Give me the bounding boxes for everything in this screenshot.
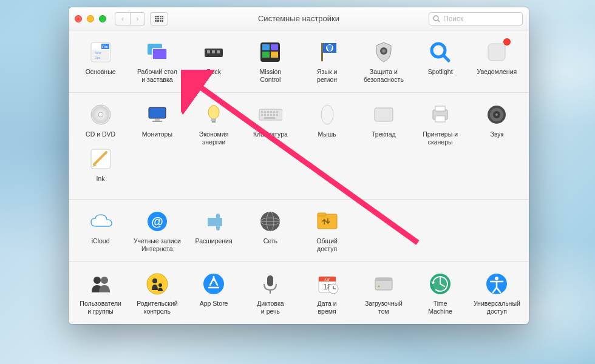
section-2: iCloud@Учетные записи ИнтернетаРасширени… [69,200,529,262]
pref-label: Язык и регион [317,68,337,84]
mission-control-icon [258,40,282,64]
search-field[interactable] [429,12,523,25]
trackpad-icon [372,103,396,127]
pref-label: Родительский контроль [137,300,178,315]
svg-rect-53 [435,106,445,111]
svg-rect-16 [271,44,278,50]
pref-internet-accounts[interactable]: @Учетные записи Интернета [129,209,185,253]
pref-label: Универсальный доступ [474,300,520,315]
titlebar: ‹ › Системные настройки [69,7,529,30]
startup-disk-icon [372,272,396,296]
minimize-button[interactable] [87,15,94,22]
svg-rect-39 [267,111,269,113]
pref-printers[interactable]: Принтеры и сканеры [412,103,469,146]
printers-icon [428,103,452,127]
pref-label: Диктовка и речь [257,300,284,315]
pref-label: Рабочий стол и заставка [137,68,177,84]
svg-rect-67 [318,213,326,216]
icloud-icon [89,209,113,234]
back-button[interactable]: ‹ [115,12,130,25]
pref-dock[interactable]: Dock [186,40,242,84]
svg-rect-32 [152,121,162,122]
general-icon: FileNewOpe [89,40,113,64]
svg-text:File: File [102,45,108,49]
pref-parental[interactable]: Родительский контроль [129,272,185,315]
svg-text:New: New [95,51,101,55]
pref-extensions[interactable]: Расширения [186,209,242,253]
energy-icon [202,103,226,127]
search-input[interactable] [443,15,518,23]
pref-label: Dock [206,68,221,84]
pref-displays[interactable]: Мониторы [129,103,185,146]
pref-sound[interactable]: Звук [469,103,525,146]
pref-sharing[interactable]: Общий доступ [299,209,355,253]
svg-rect-12 [212,50,215,53]
svg-rect-48 [276,114,278,116]
section-0: FileNewOpeОсновныеРабочий стол и заставк… [69,30,529,93]
pref-security[interactable]: Защита и безопасность [355,40,412,84]
pref-label: Уведомления [477,68,517,84]
pref-label: Защита и безопасность [364,68,404,84]
svg-rect-37 [261,111,263,113]
pref-language[interactable]: Язык и регион [299,40,355,84]
svg-rect-31 [155,119,160,121]
network-icon [258,209,282,234]
pref-date-time[interactable]: АВГ18Дата и время [299,272,355,315]
pref-label: Экономия энергии [199,130,229,146]
pref-label: Трекпад [372,130,396,146]
spotlight-icon [428,40,452,64]
extensions-icon [202,209,226,234]
displays-icon [145,103,169,127]
grid-icon [155,16,163,22]
language-icon [315,40,339,64]
pref-label: Общий доступ [316,237,338,253]
pref-general[interactable]: FileNewOpeОсновные [72,40,129,84]
pref-desktop[interactable]: Рабочий стол и заставка [129,40,185,84]
pref-ink[interactable]: Ink [72,147,129,190]
svg-text:@: @ [151,215,163,228]
svg-point-29 [98,112,103,117]
pref-accessibility[interactable]: Универсальный доступ [469,272,525,315]
pref-label: Мышь [318,130,336,146]
pref-cd-dvd[interactable]: CD и DVD [72,103,129,146]
pref-network[interactable]: Сеть [242,209,299,253]
pref-notifications[interactable]: Уведомления [469,40,525,84]
pref-startup-disk[interactable]: Загрузочный том [355,272,412,315]
pref-trackpad[interactable]: Трекпад [355,103,412,146]
svg-rect-41 [273,111,275,113]
pref-label: Загрузочный том [365,300,403,315]
search-icon [433,15,440,22]
svg-rect-35 [212,121,216,123]
svg-text:АВГ: АВГ [324,278,330,281]
svg-rect-45 [267,114,269,116]
pref-app-store[interactable]: App Store [186,272,242,315]
preferences-grid: FileNewOpeОсновныеРабочий стол и заставк… [69,30,529,324]
pref-dictation[interactable]: Диктовка и речь [242,272,299,315]
pref-keyboard[interactable]: Клавиатура [242,103,299,146]
zoom-button[interactable] [99,15,106,22]
show-all-button[interactable] [150,12,168,25]
svg-rect-18 [271,52,278,58]
pref-energy[interactable]: Экономия энергии [186,103,242,146]
pref-mouse[interactable]: Мышь [299,103,355,146]
mouse-icon [315,103,339,127]
pref-users[interactable]: Пользователи и группы [72,272,129,315]
close-button[interactable] [75,15,82,22]
section-3: Пользователи и группыРодительский контро… [69,262,529,324]
pref-mission-control[interactable]: Mission Control [242,40,299,84]
nav-buttons: ‹ › [115,12,145,25]
svg-point-89 [495,277,498,280]
pref-icloud[interactable]: iCloud [72,209,129,253]
svg-rect-30 [149,107,166,118]
svg-point-71 [152,278,157,283]
pref-label: Сеть [264,237,277,253]
svg-line-1 [438,20,440,22]
pref-time-machine[interactable]: Time Machine [412,272,469,315]
svg-rect-34 [211,118,216,121]
window-title: Системные настройки [258,14,339,23]
svg-rect-38 [264,111,266,113]
forward-button[interactable]: › [130,12,145,25]
parental-icon [145,272,169,296]
pref-spotlight[interactable]: Spotlight [412,40,469,84]
window-controls [75,15,106,22]
